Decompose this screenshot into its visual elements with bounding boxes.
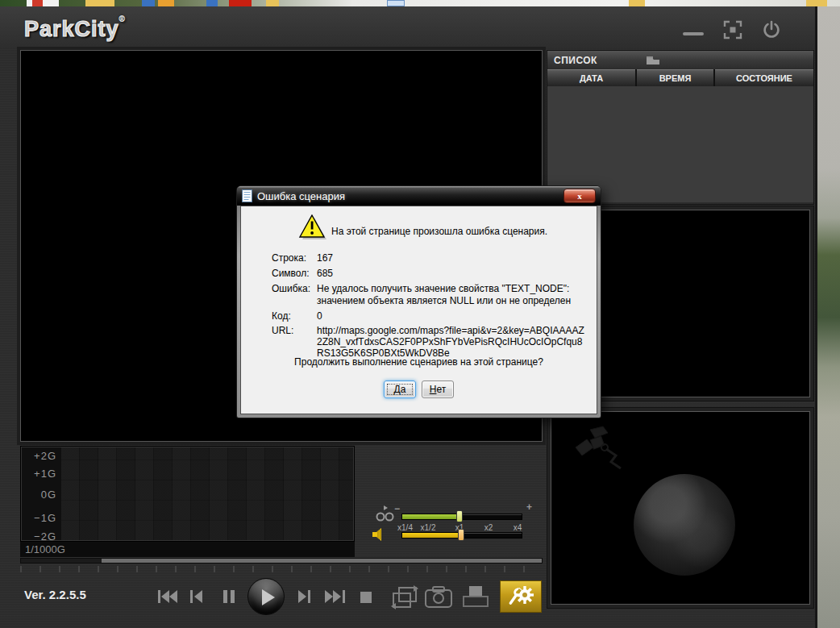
speed-label: x1/4	[397, 523, 413, 532]
error-row-line: Строка:167	[272, 252, 584, 264]
satellite-icon	[572, 425, 629, 476]
list-title: СПИСОК	[554, 55, 597, 66]
speed-label: x2	[484, 523, 493, 532]
gsensor-scale-label: +1G	[21, 468, 56, 480]
gsensor-grid	[61, 447, 353, 540]
speed-label: x4	[514, 523, 522, 532]
desktop-icon-fragment	[85, 0, 114, 6]
gsensor-scale-label: −2G	[21, 530, 56, 543]
play-icon	[262, 589, 277, 605]
previous-frame-icon	[190, 590, 202, 603]
dialog-title: Ошибка сценария	[257, 190, 345, 202]
desktop-icon-fragment	[142, 0, 155, 6]
next-frame-button[interactable]	[298, 590, 310, 606]
speed-label: x1/2	[421, 523, 436, 532]
folder-icon[interactable]	[646, 55, 660, 68]
dialog-close-button[interactable]: x	[563, 189, 596, 203]
stop-button[interactable]	[360, 592, 372, 603]
power-icon	[762, 20, 781, 40]
desktop-icon-fragment	[158, 0, 174, 6]
script-document-icon	[242, 189, 252, 202]
skip-to-start-icon	[158, 590, 178, 603]
desktop-icon-fragment	[229, 0, 252, 6]
dialog-titlebar[interactable]: Ошибка сценария x	[237, 186, 601, 206]
volume-slider[interactable]	[401, 532, 522, 539]
list-column-headers: ДАТА ВРЕМЯ СОСТОЯНИЕ	[547, 69, 813, 86]
no-button[interactable]: Нет	[422, 381, 454, 398]
speed-slider-fill	[402, 514, 460, 519]
rotate-icon	[389, 584, 420, 610]
volume-slider-thumb[interactable]	[458, 529, 464, 541]
close-icon: x	[577, 191, 582, 201]
camera-icon	[425, 586, 452, 608]
script-error-dialog: Ошибка сценария x На этой странице произ…	[236, 185, 601, 418]
rotate-view-button[interactable]	[389, 584, 420, 613]
version-label: Ver. 2.2.5.5	[24, 588, 86, 601]
desktop-background-top	[0, 0, 840, 6]
desktop-icon-fragment	[806, 0, 827, 6]
column-header-state[interactable]: СОСТОЯНИЕ	[715, 69, 813, 86]
print-icon	[462, 585, 489, 608]
print-button[interactable]	[462, 585, 489, 611]
pause-icon	[223, 590, 235, 603]
desktop-background-right	[817, 6, 840, 628]
pause-button[interactable]	[223, 590, 235, 606]
volume-slider-fill	[402, 533, 461, 538]
desktop-icon-fragment	[629, 0, 645, 6]
error-row-code: Код:0	[272, 310, 584, 322]
earth-image	[634, 474, 735, 576]
minimize-button[interactable]	[683, 27, 704, 35]
desktop-icon-fragment	[32, 0, 43, 6]
desktop-icon-fragment	[206, 0, 218, 6]
speed-slider[interactable]	[401, 514, 522, 520]
gsensor-scale-label: 0G	[21, 489, 56, 501]
error-row-error: Ошибка:Не удалось получить значение свой…	[272, 283, 584, 307]
title-bar[interactable]: ParkCity®	[0, 6, 815, 48]
map-panel	[547, 407, 814, 609]
gsensor-scale-label: +2G	[21, 450, 56, 462]
desktop-icon-fragment	[27, 0, 59, 6]
snapshot-button[interactable]	[425, 586, 452, 611]
speed-minus-label[interactable]: −	[394, 503, 400, 514]
next-frame-icon	[298, 590, 310, 603]
focus-marquee	[387, 384, 413, 395]
gsensor-unit-label: 1/1000G	[20, 542, 355, 557]
dialog-body: На этой странице произошла ошибка сценар…	[240, 206, 597, 414]
desktop-icon-fragment	[387, 0, 405, 6]
fullscreen-button[interactable]	[723, 20, 742, 43]
skip-to-end-button[interactable]	[325, 590, 345, 606]
timeline-seekbar[interactable]	[20, 558, 543, 564]
play-button[interactable]	[247, 578, 285, 615]
volume-icon	[372, 527, 388, 545]
skip-to-start-button[interactable]	[158, 590, 178, 606]
gsensor-graph: +2G +1G 0G −1G −2G	[20, 446, 355, 542]
minimize-icon	[683, 32, 704, 35]
fullscreen-icon	[723, 20, 742, 40]
list-header: СПИСОК	[547, 51, 813, 69]
recordings-list-panel: СПИСОК ДАТА ВРЕМЯ СОСТОЯНИЕ	[547, 50, 814, 205]
column-header-time[interactable]: ВРЕМЯ	[637, 69, 715, 86]
skip-to-end-icon	[325, 590, 345, 603]
parkcity-logo: ParkCity®	[24, 15, 125, 42]
dialog-message: На этой странице произошла ошибка сценар…	[331, 226, 547, 237]
speed-slider-thumb[interactable]	[456, 510, 463, 522]
screen: ParkCity®	[0, 0, 840, 628]
warning-icon	[297, 214, 328, 244]
settings-button[interactable]	[500, 580, 542, 613]
previous-frame-button[interactable]	[190, 590, 202, 606]
dialog-question: Продолжить выполнение сценариев на этой …	[241, 356, 597, 368]
speed-plus-label[interactable]: +	[526, 501, 532, 513]
power-button[interactable]	[762, 20, 781, 43]
timeline-ruler	[20, 566, 543, 572]
error-row-char: Символ:685	[272, 268, 584, 280]
yes-button[interactable]: Да	[384, 381, 416, 398]
map-screen	[551, 411, 810, 605]
gsensor-scale-label: −1G	[21, 512, 56, 524]
settings-gear-wrench-icon	[506, 584, 535, 609]
desktop-icon-fragment	[266, 0, 279, 6]
stop-icon	[360, 592, 372, 603]
error-row-url: URL:http://maps.google.com/maps?file=api…	[272, 325, 584, 359]
column-header-date[interactable]: ДАТА	[547, 69, 637, 86]
timeline-played-segment	[21, 559, 102, 563]
